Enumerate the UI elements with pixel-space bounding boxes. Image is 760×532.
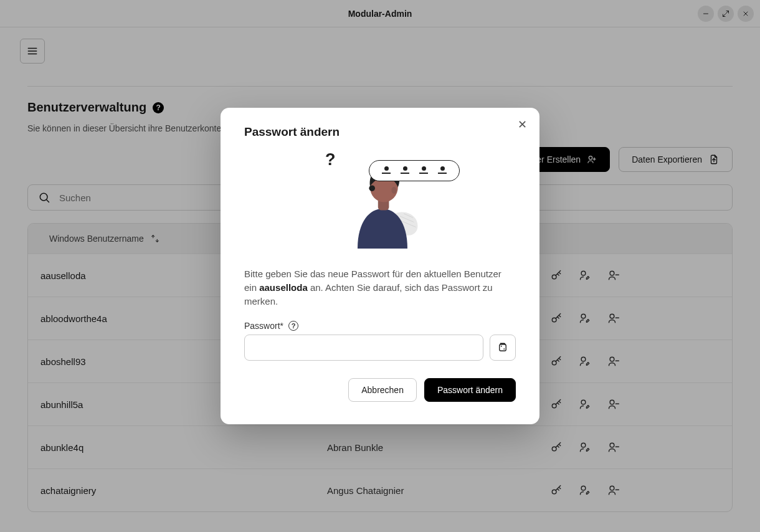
modal-illustration: ? — [244, 151, 516, 251]
question-mark-icon: ? — [325, 150, 336, 169]
svg-rect-42 — [500, 344, 506, 351]
modal-overlay[interactable]: ✕ Passwort ändern ? — [0, 0, 760, 532]
generate-password-button[interactable] — [490, 335, 516, 361]
change-password-modal: ✕ Passwort ändern ? — [221, 108, 539, 424]
cancel-label: Abbrechen — [361, 385, 404, 395]
modal-desc-username: aauselloda — [259, 282, 308, 293]
cancel-button[interactable]: Abbrechen — [348, 378, 417, 402]
password-bubble — [369, 160, 460, 181]
modal-close-button[interactable]: ✕ — [518, 119, 527, 130]
svg-point-43 — [501, 345, 502, 346]
dice-icon — [497, 342, 508, 353]
password-input-row — [244, 335, 516, 361]
password-input[interactable] — [244, 335, 483, 361]
modal-title: Passwort ändern — [244, 125, 516, 139]
submit-button[interactable]: Passwort ändern — [424, 378, 516, 402]
password-label-row: Passwort* ? — [244, 321, 516, 331]
modal-footer: Abbrechen Passwort ändern — [244, 378, 516, 402]
password-label: Passwort* — [244, 321, 283, 331]
submit-label: Passwort ändern — [437, 385, 503, 395]
modal-description: Bitte geben Sie das neue Passwort für de… — [244, 267, 516, 308]
password-help-icon[interactable]: ? — [288, 321, 298, 331]
svg-point-44 — [503, 348, 505, 349]
svg-point-40 — [369, 186, 375, 192]
svg-point-41 — [391, 187, 396, 194]
